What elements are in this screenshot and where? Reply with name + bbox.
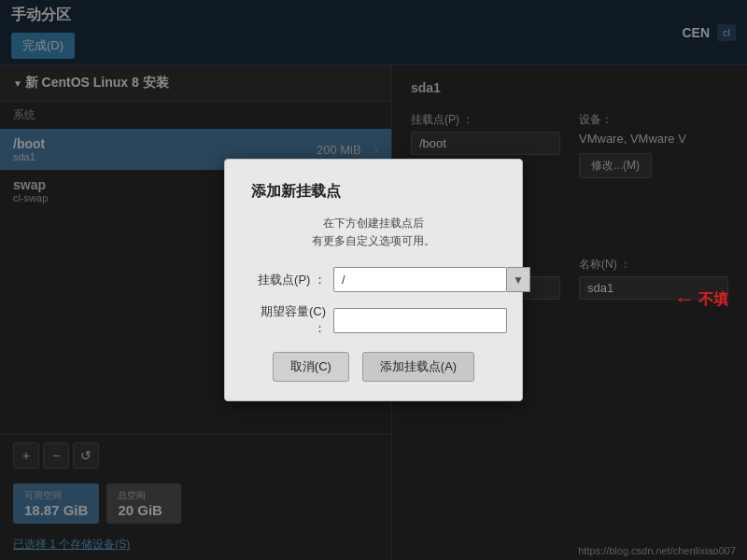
- modal-mount-label: 挂载点(P) ：: [251, 272, 326, 288]
- modal-capacity-input[interactable]: [333, 308, 507, 333]
- modal-title: 添加新挂载点: [251, 182, 496, 202]
- modal-description: 在下方创建挂载点后有更多自定义选项可用。: [251, 215, 496, 250]
- modal-cancel-button[interactable]: 取消(C): [273, 352, 349, 382]
- modal-capacity-label: 期望容量(C) ：: [251, 303, 326, 337]
- modal-add-button[interactable]: 添加挂载点(A): [362, 352, 474, 382]
- annotation-container: ← 不填: [674, 289, 728, 310]
- bu-tian-label: 不填: [698, 290, 728, 310]
- modal-mount-input-container: ▼: [333, 267, 530, 292]
- red-arrow-icon: ←: [674, 289, 695, 310]
- modal-mount-input[interactable]: [333, 267, 507, 292]
- modal-overlay: 添加新挂载点 在下方创建挂载点后有更多自定义选项可用。 挂载点(P) ： ▼ 期…: [0, 0, 747, 560]
- add-mountpoint-modal: 添加新挂载点 在下方创建挂载点后有更多自定义选项可用。 挂载点(P) ： ▼ 期…: [224, 159, 523, 401]
- modal-buttons: 取消(C) 添加挂载点(A): [251, 352, 496, 382]
- modal-mount-dropdown-button[interactable]: ▼: [507, 267, 530, 292]
- modal-capacity-row: 期望容量(C) ：: [251, 303, 496, 337]
- modal-mount-row: 挂载点(P) ： ▼: [251, 267, 496, 292]
